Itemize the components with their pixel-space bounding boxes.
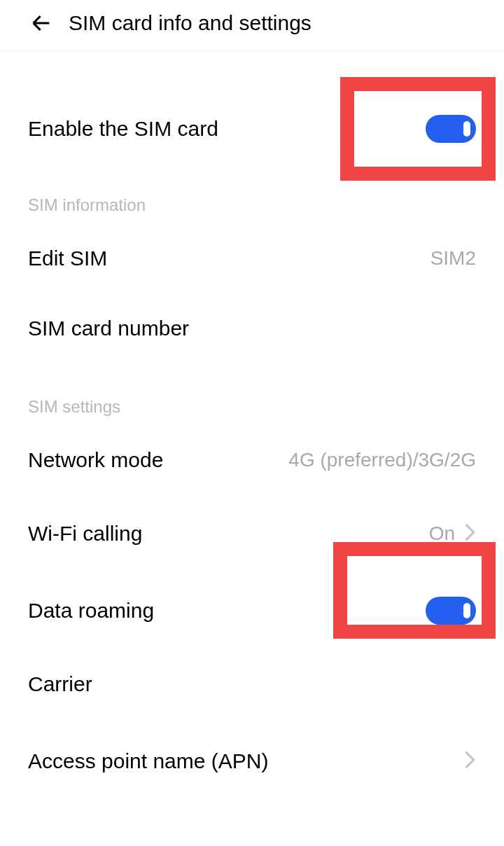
edit-sim-label: Edit SIM: [28, 247, 107, 270]
section-sim-information: SIM information: [28, 167, 476, 223]
sim-card-number-label: SIM card number: [28, 317, 189, 340]
network-mode-value: 4G (preferred)/3G/2G: [288, 449, 476, 471]
row-edit-sim[interactable]: Edit SIM SIM2: [28, 223, 476, 293]
back-arrow-icon[interactable]: [28, 10, 55, 36]
enable-sim-toggle[interactable]: [426, 115, 476, 143]
row-apn[interactable]: Access point name (APN): [28, 719, 476, 803]
row-wifi-calling[interactable]: Wi-Fi calling On: [28, 495, 476, 572]
wifi-calling-label: Wi-Fi calling: [28, 522, 142, 546]
page-title: SIM card info and settings: [69, 11, 312, 35]
row-network-mode[interactable]: Network mode 4G (preferred)/3G/2G: [28, 425, 476, 495]
row-data-roaming[interactable]: Data roaming: [28, 572, 476, 649]
header-bar: SIM card info and settings: [0, 0, 504, 51]
chevron-right-icon: [463, 522, 476, 545]
data-roaming-label: Data roaming: [28, 599, 154, 623]
carrier-label: Carrier: [28, 672, 92, 696]
enable-sim-label: Enable the SIM card: [28, 117, 218, 141]
apn-label: Access point name (APN): [28, 749, 268, 773]
chevron-right-icon: [463, 750, 476, 772]
row-enable-sim[interactable]: Enable the SIM card: [28, 90, 476, 167]
row-sim-card-number[interactable]: SIM card number: [28, 293, 476, 363]
wifi-calling-value: On: [429, 522, 455, 545]
edit-sim-value: SIM2: [430, 247, 476, 270]
network-mode-label: Network mode: [28, 448, 163, 472]
row-carrier[interactable]: Carrier: [28, 649, 476, 719]
section-sim-settings: SIM settings: [28, 363, 476, 425]
data-roaming-toggle[interactable]: [426, 597, 476, 625]
